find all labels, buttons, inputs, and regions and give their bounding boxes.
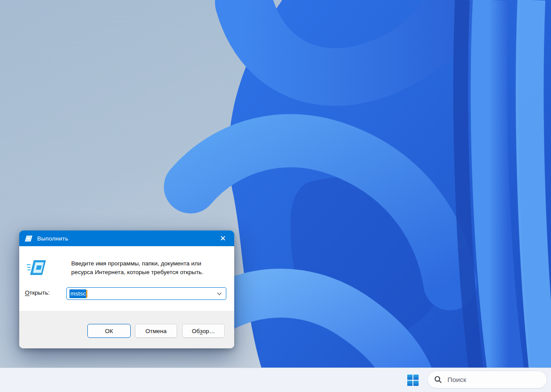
taskbar: Поиск bbox=[0, 368, 551, 392]
windows-logo-icon bbox=[407, 374, 419, 386]
start-button[interactable] bbox=[406, 374, 419, 387]
taskbar-search[interactable]: Поиск bbox=[427, 371, 547, 389]
run-dialog: Выполнить ✕ Введите имя программы, папки… bbox=[19, 230, 234, 348]
search-placeholder-text: Поиск bbox=[447, 376, 466, 384]
window-title: Выполнить bbox=[37, 235, 68, 242]
browse-label-pre: Об bbox=[192, 328, 200, 334]
open-combobox-input[interactable]: mstsc bbox=[66, 287, 226, 300]
open-label-rest: ткрыть: bbox=[30, 289, 50, 296]
browse-label-post: ор… bbox=[202, 328, 215, 334]
search-icon bbox=[434, 375, 442, 384]
ok-button[interactable]: ОК bbox=[87, 324, 131, 338]
run-icon bbox=[26, 259, 46, 276]
open-label-accesskey: О bbox=[25, 289, 30, 296]
chevron-down-icon[interactable] bbox=[216, 291, 222, 297]
run-icon-small bbox=[24, 235, 33, 242]
browse-button[interactable]: Обзор… bbox=[182, 324, 225, 338]
cancel-button[interactable]: Отмена bbox=[135, 324, 177, 338]
dialog-footer: ОК Отмена Обзор… bbox=[19, 311, 234, 348]
dialog-message: Введите имя программы, папки, документа … bbox=[71, 259, 220, 277]
input-selected-text: mstsc bbox=[69, 289, 86, 298]
text-caret bbox=[86, 290, 87, 298]
close-icon[interactable]: ✕ bbox=[216, 232, 230, 244]
open-label: Открыть: bbox=[25, 289, 50, 296]
dialog-body: Введите имя программы, папки, документа … bbox=[19, 246, 234, 311]
window-titlebar[interactable]: Выполнить ✕ bbox=[19, 230, 234, 246]
